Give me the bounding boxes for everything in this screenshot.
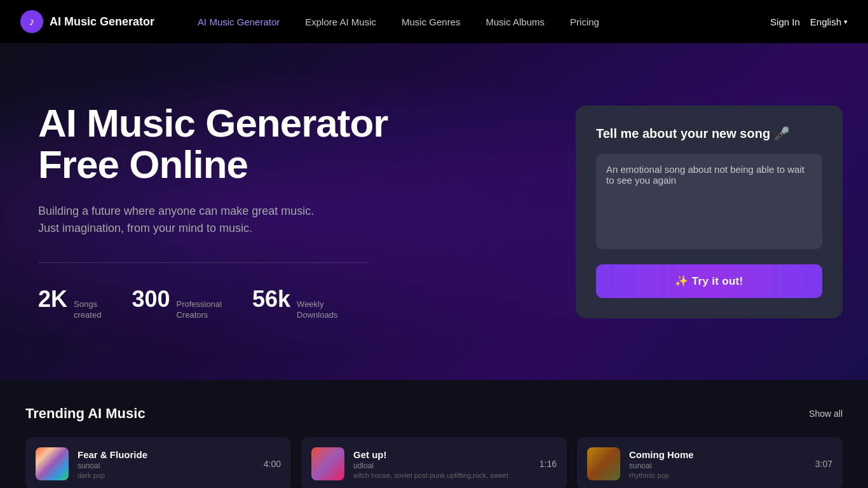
hero-divider [38,262,369,263]
chevron-down-icon: ▾ [844,18,848,26]
music-card-0[interactable]: Fear & Fluoride sunoai dark pop 4:00 [25,437,291,488]
stat-creators-number: 300 [132,286,170,313]
brand-name: AI Music Generator [50,15,154,29]
track-creator-0: sunoai [78,461,255,470]
stat-creators: 300 Professional Creators [132,286,222,321]
track-name-0: Fear & Fluoride [78,449,255,460]
stat-downloads-number: 56k [252,286,290,313]
hero-stats: 2K Songs created 300 Professional Creato… [38,286,407,321]
track-genre-0: dark pop [78,471,255,479]
track-genre-2: rhythmic pop [629,471,806,479]
brand-logo[interactable]: ♪ AI Music Generator [20,10,154,33]
trending-header: Trending AI Music Show all [25,405,843,422]
stat-downloads: 56k Weekly Downloads [252,286,337,321]
hero-left: AI Music Generator Free Online Building … [38,102,407,321]
track-name-2: Coming Home [629,449,806,460]
track-creator-1: udloai [353,461,531,470]
signin-button[interactable]: Sign In [770,17,800,27]
nav-links: AI Music Generator Explore AI Music Musi… [185,0,770,43]
stat-creators-label: Professional Creators [176,299,222,321]
track-info-1: Get up! udloai witch house, soviet post-… [353,449,531,479]
track-genre-1: witch house, soviet post-punk,uplifting,… [353,471,531,479]
stat-songs-label: Songs created [74,299,101,321]
nav-link-pricing[interactable]: Pricing [557,0,612,43]
trending-title: Trending AI Music [25,405,146,422]
hero-subtitle: Building a future where anyone can make … [38,203,324,237]
trending-section: Trending AI Music Show all Fear & Fluori… [0,380,868,488]
song-description-input[interactable] [596,154,822,249]
track-duration-2: 3:07 [815,459,832,469]
track-duration-1: 1:16 [539,459,557,469]
track-info-0: Fear & Fluoride sunoai dark pop [78,449,255,479]
navbar: ♪ AI Music Generator AI Music Generator … [0,0,868,43]
track-thumbnail-2 [587,447,620,480]
track-thumbnail-1 [311,447,344,480]
language-label: English [810,17,841,27]
show-all-button[interactable]: Show all [809,409,843,419]
stat-downloads-label: Weekly Downloads [297,299,337,321]
track-name-1: Get up! [353,449,531,460]
nav-link-genres[interactable]: Music Genres [389,0,473,43]
card-title: Tell me about your new song 🎤 [596,126,822,141]
nav-link-explore[interactable]: Explore AI Music [292,0,389,43]
song-generator-card: Tell me about your new song 🎤 ✨ Try it o… [576,105,843,318]
try-it-out-button[interactable]: ✨ Try it out! [596,264,822,298]
nav-link-albums[interactable]: Music Albums [473,0,558,43]
music-card-2[interactable]: Coming Home sunoai rhythmic pop 3:07 [577,437,843,488]
track-thumbnail-0 [36,447,69,480]
logo-icon: ♪ [20,10,43,33]
track-creator-2: sunoai [629,461,806,470]
nav-link-ai-music-generator[interactable]: AI Music Generator [185,0,292,43]
language-selector[interactable]: English ▾ [810,17,848,27]
music-card-1[interactable]: Get up! udloai witch house, soviet post-… [301,437,567,488]
hero-section: AI Music Generator Free Online Building … [0,43,868,380]
stat-songs-number: 2K [38,286,67,313]
hero-title: AI Music Generator Free Online [38,102,407,185]
music-cards-grid: Fear & Fluoride sunoai dark pop 4:00 Get… [25,437,843,488]
nav-right: Sign In English ▾ [770,17,848,27]
track-info-2: Coming Home sunoai rhythmic pop [629,449,806,479]
track-duration-0: 4:00 [264,459,281,469]
stat-songs: 2K Songs created [38,286,101,321]
